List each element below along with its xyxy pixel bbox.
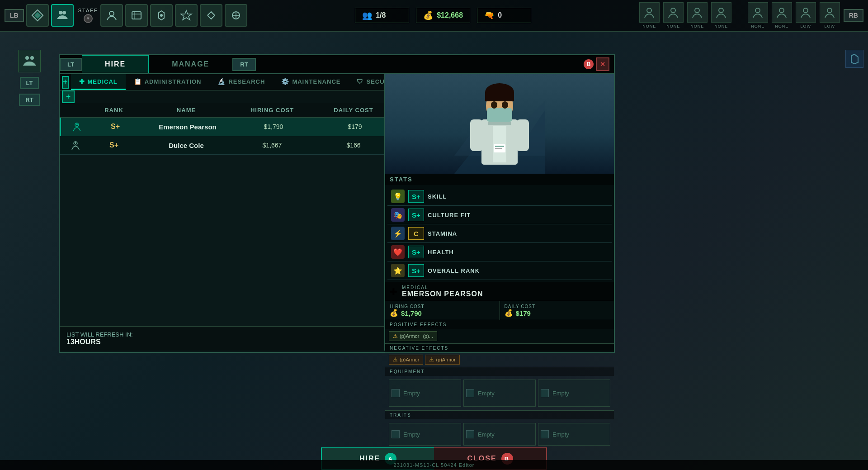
ammo-icon: 🔫 (484, 10, 494, 20)
close-panel-button[interactable]: ✕ (596, 57, 609, 71)
staff-icon-0 (66, 121, 88, 132)
traits-label: TRAITS (385, 411, 614, 419)
equipment-slot-0[interactable]: Empty (389, 380, 461, 407)
equip-checkbox-2 (541, 389, 549, 397)
tab-maintenance[interactable]: ⚙️ MAINTENANCE (273, 74, 349, 90)
equipment-slot-2[interactable]: Empty (538, 380, 610, 407)
nav-icon-3[interactable] (150, 4, 173, 27)
rt-panel-button[interactable]: RT (232, 58, 255, 71)
ammo-value: 0 (498, 11, 502, 19)
staff-name-1: Dulce Cole (141, 142, 231, 149)
add-staff-button[interactable]: + (62, 76, 69, 89)
svg-rect-32 (488, 122, 511, 125)
trait-checkbox-2 (541, 430, 549, 438)
agent-icon-6[interactable] (772, 2, 792, 23)
staff-list-area: + ✚ MEDICAL 📋 ADMINISTRATION 🔬 RESEARCH … (60, 74, 385, 351)
positive-effect-sub-0: (p)... (423, 333, 433, 339)
nav-icon-5[interactable] (200, 4, 222, 27)
staff-row-1[interactable]: S+ Dulce Cole $1,667 $166 ✕ (60, 136, 384, 155)
trait-slot-2[interactable]: Empty (538, 423, 610, 446)
add-row-button[interactable]: + (62, 90, 75, 103)
trait-slot-1[interactable]: Empty (463, 423, 536, 446)
health-icon: ❤️ (391, 245, 405, 259)
hiring-cost-icon: 💰 (390, 309, 398, 317)
stamina-icon: ⚡ (391, 227, 405, 240)
tab-medical[interactable]: ✚ MEDICAL (71, 74, 126, 90)
staff-icon-1 (64, 140, 87, 151)
agent-icon-3[interactable] (687, 2, 708, 23)
daily-cost-label: DAILY COST (505, 304, 610, 309)
lb-button[interactable]: LB (5, 9, 24, 22)
staff-rank-0: S+ (88, 123, 142, 131)
staff-row-0[interactable]: S+ Emerson Pearson $1,790 $179 ✕ (60, 118, 384, 136)
agent-icon-8[interactable] (820, 2, 840, 23)
agent-icon-4[interactable] (711, 2, 731, 23)
staff-hiring-0: $1,790 (233, 123, 314, 130)
svg-point-13 (647, 8, 651, 13)
agent-label-3: NONE (690, 24, 704, 28)
main-panel: LT HIRE MANAGE RT B ✕ + ✚ MEDICAL 📋 ADMI… (59, 54, 615, 353)
tab-administration[interactable]: 📋 ADMINISTRATION (126, 74, 210, 90)
top-bar: LB STAFF Y (0, 0, 868, 32)
agent-icon-1[interactable] (639, 2, 660, 23)
trait-slot-0[interactable]: Empty (389, 423, 461, 446)
trait-slot-label-1: Empty (478, 431, 495, 438)
agent-slot-3: NONE (687, 2, 708, 28)
neg-warn-0: ⚠ (393, 356, 398, 363)
svg-marker-1 (34, 12, 40, 18)
svg-point-21 (25, 56, 29, 60)
stats-panel: STATS 💡 S+ SKILL 🎭 S+ CULTURE FIT ⚡ (385, 74, 614, 351)
svg-point-38 (491, 101, 497, 109)
money-resource: 💰 $12,668 (416, 8, 470, 23)
side-group-icon (18, 50, 41, 72)
lt-panel-button[interactable]: LT (60, 58, 82, 71)
staff-y-button[interactable]: Y (84, 14, 93, 23)
staff-rows: S+ Emerson Pearson $1,790 $179 ✕ (60, 118, 384, 326)
maintenance-cat-icon: ⚙️ (281, 78, 289, 85)
negative-effect-0: ⚠ (p)Armor (389, 355, 423, 365)
tab-research[interactable]: 🔬 RESEARCH (209, 74, 273, 90)
agent-icon-5[interactable] (748, 2, 768, 23)
equipment-slot-1[interactable]: Empty (463, 380, 536, 407)
top-center: 👥 1/8 💰 $12,668 🔫 0 (355, 8, 531, 23)
nav-icon-4[interactable] (175, 4, 198, 27)
hiring-cost-amount: 💰 $1,790 (390, 309, 495, 317)
tab-manage[interactable]: MANAGE (149, 55, 232, 73)
skill-label: SKILL (428, 193, 608, 200)
svg-point-20 (827, 8, 832, 13)
nav-icon-2[interactable] (125, 4, 148, 27)
trait-checkbox-0 (392, 430, 400, 438)
hiring-cost-block: HIRING COST 💰 $1,790 (385, 301, 500, 320)
rt-side-button[interactable]: RT (19, 94, 39, 106)
logo-diamond[interactable] (26, 4, 49, 27)
hiring-cost-label: HIRING COST (390, 304, 495, 309)
stamina-label: STAMINA (428, 230, 608, 237)
hiring-cost-value: $1,790 (401, 309, 422, 317)
side-panel-right (841, 45, 868, 72)
positive-effects-section: POSITIVE EFFECTS ⚠ (p)Armor (p)... (385, 320, 614, 344)
nav-staff-icon[interactable] (51, 4, 74, 27)
overall-label: OVERALL RANK (428, 267, 608, 274)
rb-button[interactable]: RB (844, 9, 863, 22)
lt-side-button[interactable]: LT (20, 77, 39, 89)
negative-effect-1: ⚠ (p)Armor (425, 355, 459, 365)
cost-info: HIRING COST 💰 $1,790 DAILY COST 💰 $179 (385, 301, 614, 320)
nav-icon-1[interactable] (100, 4, 123, 27)
agent-slot-6: NONE (772, 2, 792, 28)
stat-row-culture: 🎭 S+ CULTURE FIT (387, 206, 612, 224)
char-portrait (385, 74, 614, 174)
footer-text: 231031-MS10-CL 50424 Editor (394, 462, 475, 468)
negative-effects-items: ⚠ (p)Armor ⚠ (p)Armor (385, 352, 614, 367)
agent-icon-7[interactable] (796, 2, 816, 23)
nav-icon-6[interactable] (225, 4, 247, 27)
agent-label-2: NONE (666, 24, 680, 28)
agent-slot-8: LOW (820, 2, 840, 28)
refresh-time: 13HOURS (66, 338, 377, 346)
content-area: + ✚ MEDICAL 📋 ADMINISTRATION 🔬 RESEARCH … (60, 74, 614, 351)
top-left: LB STAFF Y (5, 4, 247, 27)
agent-icon-2[interactable] (663, 2, 684, 23)
col-name-header: NAME (141, 107, 231, 114)
tab-hire[interactable]: HIRE (82, 55, 149, 73)
svg-point-3 (62, 11, 66, 14)
health-label: HEALTH (428, 249, 608, 256)
